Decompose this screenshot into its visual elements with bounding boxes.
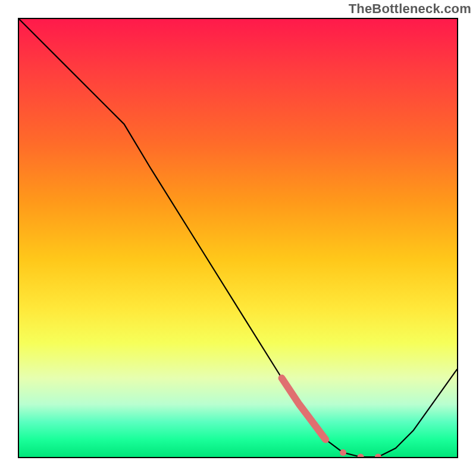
highlight-thick-path — [282, 378, 326, 440]
highlight-dot — [358, 454, 364, 458]
watermark-text: TheBottleneck.com — [349, 1, 471, 17]
highlight-dot — [340, 449, 346, 456]
curve-svg — [19, 19, 457, 457]
highlight-dots-group — [340, 449, 381, 457]
highlight-dot — [375, 454, 381, 458]
bottleneck-curve-path — [19, 19, 457, 457]
chart-stage: TheBottleneck.com — [0, 0, 476, 476]
plot-area — [18, 18, 458, 458]
